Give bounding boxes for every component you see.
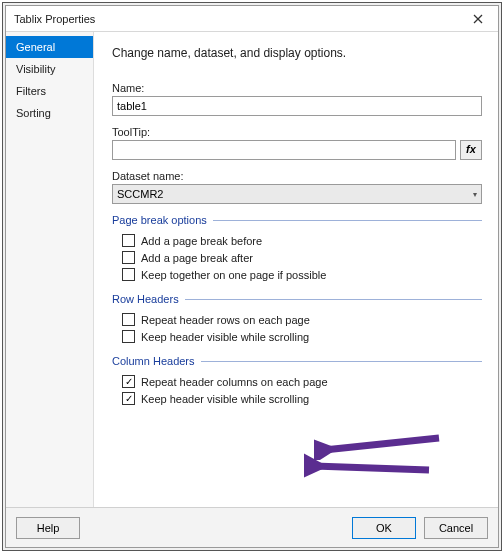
close-button[interactable] — [460, 8, 496, 30]
sidebar-item-filters[interactable]: Filters — [6, 80, 93, 102]
chevron-down-icon: ▾ — [473, 190, 477, 199]
sidebar-item-label: Visibility — [16, 63, 56, 75]
checkbox-icon — [122, 234, 135, 247]
group-divider — [213, 220, 482, 221]
name-input[interactable] — [112, 96, 482, 116]
chk-label: Add a page break after — [141, 252, 253, 264]
dialog-body: General Visibility Filters Sorting Chang… — [6, 32, 498, 507]
checkbox-icon — [122, 313, 135, 326]
checkbox-checked-icon: ✓ — [122, 375, 135, 388]
ok-button[interactable]: OK — [352, 517, 416, 539]
group-divider — [185, 299, 482, 300]
sidebar: General Visibility Filters Sorting — [6, 32, 94, 507]
dialog-footer: Help OK Cancel — [6, 507, 498, 547]
tooltip-row: ToolTip: fx — [112, 126, 482, 160]
chk-keep-col-header-visible[interactable]: ✓ Keep header visible while scrolling — [112, 390, 482, 407]
svg-line-2 — [324, 438, 439, 450]
annotation-arrow-1 — [314, 430, 444, 460]
frame-border: Tablix Properties General Visibility Fil… — [2, 2, 502, 551]
button-label: Help — [37, 522, 60, 534]
group-title: Column Headers — [112, 355, 195, 367]
sidebar-item-label: General — [16, 41, 55, 53]
dataset-row: Dataset name: SCCMR2 ▾ — [112, 170, 482, 204]
chk-label: Keep header visible while scrolling — [141, 331, 309, 343]
svg-line-3 — [314, 466, 429, 470]
sidebar-item-label: Sorting — [16, 107, 51, 119]
chk-keep-row-header-visible[interactable]: Keep header visible while scrolling — [112, 328, 482, 345]
checkbox-icon — [122, 330, 135, 343]
sidebar-item-visibility[interactable]: Visibility — [6, 58, 93, 80]
chk-keep-together[interactable]: Keep together on one page if possible — [112, 266, 482, 283]
content-pane: Change name, dataset, and display option… — [94, 32, 498, 507]
dialog-window: Tablix Properties General Visibility Fil… — [5, 5, 499, 548]
chk-label: Repeat header rows on each page — [141, 314, 310, 326]
dataset-label: Dataset name: — [112, 170, 482, 182]
sidebar-item-label: Filters — [16, 85, 46, 97]
chk-label: Keep together on one page if possible — [141, 269, 326, 281]
tooltip-input[interactable] — [112, 140, 456, 160]
group-title: Row Headers — [112, 293, 179, 305]
group-page-break: Page break options Add a page break befo… — [112, 214, 482, 283]
name-label: Name: — [112, 82, 482, 94]
group-header-page-break: Page break options — [112, 214, 482, 226]
checkbox-icon — [122, 251, 135, 264]
fx-icon: fx — [466, 143, 476, 155]
chk-page-break-after[interactable]: Add a page break after — [112, 249, 482, 266]
chk-label: Repeat header columns on each page — [141, 376, 328, 388]
name-row: Name: — [112, 82, 482, 116]
group-column-headers: Column Headers ✓ Repeat header columns o… — [112, 355, 482, 407]
group-row-headers: Row Headers Repeat header rows on each p… — [112, 293, 482, 345]
sidebar-item-sorting[interactable]: Sorting — [6, 102, 93, 124]
chk-label: Add a page break before — [141, 235, 262, 247]
chk-repeat-header-columns[interactable]: ✓ Repeat header columns on each page — [112, 373, 482, 390]
close-icon — [473, 14, 483, 24]
group-divider — [201, 361, 482, 362]
group-header-column-headers: Column Headers — [112, 355, 482, 367]
checkbox-icon — [122, 268, 135, 281]
dataset-select[interactable]: SCCMR2 ▾ — [112, 184, 482, 204]
checkbox-checked-icon: ✓ — [122, 392, 135, 405]
annotation-arrow-2 — [304, 452, 434, 482]
button-label: Cancel — [439, 522, 473, 534]
dataset-value: SCCMR2 — [117, 188, 163, 200]
chk-repeat-header-rows[interactable]: Repeat header rows on each page — [112, 311, 482, 328]
chk-label: Keep header visible while scrolling — [141, 393, 309, 405]
title-bar: Tablix Properties — [6, 6, 498, 32]
sidebar-item-general[interactable]: General — [6, 36, 93, 58]
cancel-button[interactable]: Cancel — [424, 517, 488, 539]
tooltip-label: ToolTip: — [112, 126, 482, 138]
button-label: OK — [376, 522, 392, 534]
group-header-row-headers: Row Headers — [112, 293, 482, 305]
window-title: Tablix Properties — [14, 13, 95, 25]
group-title: Page break options — [112, 214, 207, 226]
intro-text: Change name, dataset, and display option… — [112, 46, 482, 60]
expression-button[interactable]: fx — [460, 140, 482, 160]
help-button[interactable]: Help — [16, 517, 80, 539]
chk-page-break-before[interactable]: Add a page break before — [112, 232, 482, 249]
